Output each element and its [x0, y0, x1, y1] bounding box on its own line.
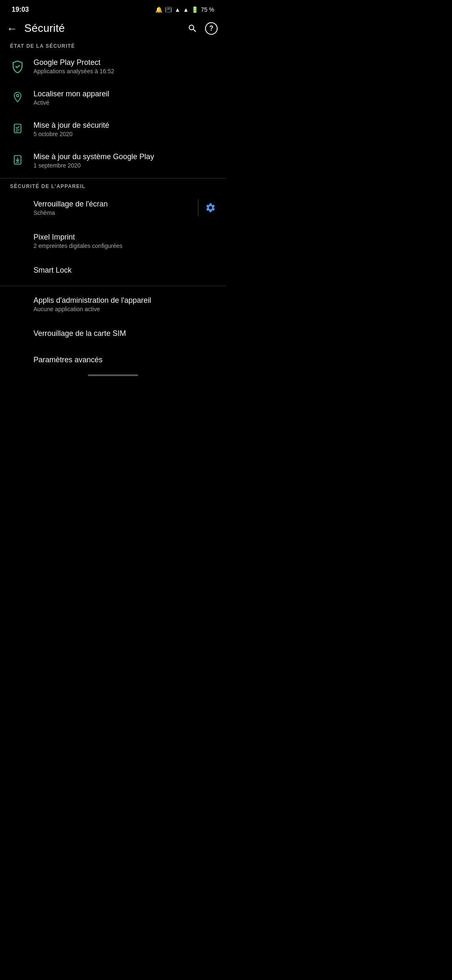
pixel-imprint-text: Pixel Imprint 2 empreintes digitales con… [33, 233, 216, 249]
list-item-sim-lock[interactable]: Verrouillage de la carte SIM [0, 321, 226, 347]
sim-lock-title: Verrouillage de la carte SIM [33, 329, 216, 338]
vibrate-icon: 📳 [165, 6, 172, 13]
security-update-icon [10, 122, 25, 137]
help-button[interactable]: ? [205, 22, 218, 35]
google-play-protect-title: Google Play Protect [33, 58, 216, 67]
back-button[interactable]: ← [7, 23, 18, 34]
wifi-icon: ▲ [175, 6, 180, 13]
security-update-title: Mise à jour de sécurité [33, 121, 216, 130]
device-admin-subtitle: Aucune application active [33, 306, 216, 312]
sim-lock-text: Verrouillage de la carte SIM [33, 329, 216, 339]
screen-lock-separator [198, 199, 198, 216]
location-pin-icon [10, 90, 25, 106]
advanced-settings-title: Paramètres avancés [33, 356, 216, 364]
screen-lock-title: Verrouillage de l'écran [33, 200, 191, 209]
page-title: Sécurité [24, 22, 181, 35]
device-admin-text: Applis d'administration de l'appareil Au… [33, 296, 216, 312]
pixel-imprint-subtitle: 2 empreintes digitales configurées [33, 242, 216, 249]
bottom-bar [88, 374, 138, 376]
google-play-system-subtitle: 1 septembre 2020 [33, 162, 216, 169]
google-play-system-text: Mise à jour du système Google Play 1 sep… [33, 152, 216, 169]
status-time: 19:03 [12, 6, 29, 13]
list-item-find-device[interactable]: Localiser mon appareil Activé [0, 82, 226, 113]
smart-lock-text: Smart Lock [33, 266, 216, 276]
google-play-protect-subtitle: Applications analysées à 16:52 [33, 68, 216, 75]
list-item-advanced-settings[interactable]: Paramètres avancés [0, 347, 226, 369]
security-update-text: Mise à jour de sécurité 5 octobre 2020 [33, 121, 216, 137]
signal-icon: ▲ [183, 6, 189, 13]
screen-lock-subtitle: Schéma [33, 209, 191, 216]
device-admin-title: Applis d'administration de l'appareil [33, 296, 216, 305]
search-button[interactable] [187, 23, 198, 34]
list-item-security-update[interactable]: Mise à jour de sécurité 5 octobre 2020 [0, 113, 226, 145]
status-bar: 19:03 🔔 📳 ▲ ▲ 🔋 75 % [0, 0, 226, 17]
battery-icon: 🔋 [191, 6, 198, 13]
find-device-text: Localiser mon appareil Activé [33, 90, 216, 106]
gear-icon[interactable] [205, 202, 216, 213]
find-device-subtitle: Activé [33, 99, 216, 106]
status-icons: 🔔 📳 ▲ ▲ 🔋 75 % [155, 6, 214, 13]
find-device-title: Localiser mon appareil [33, 90, 216, 98]
list-item-google-play-system[interactable]: Mise à jour du système Google Play 1 sep… [0, 145, 226, 176]
battery-level: 75 % [201, 6, 214, 13]
list-item-smart-lock[interactable]: Smart Lock [0, 258, 226, 284]
header: ← Sécurité ? [0, 17, 226, 40]
alarm-icon: 🔔 [155, 6, 162, 13]
section-label-security-state: ÉTAT DE LA SÉCURITÉ [0, 40, 226, 51]
list-item-google-play-protect[interactable]: Google Play Protect Applications analysé… [0, 51, 226, 82]
section-label-device-security: SÉCURITÉ DE L'APPAREIL [0, 180, 226, 191]
google-play-system-title: Mise à jour du système Google Play [33, 152, 216, 161]
pixel-imprint-title: Pixel Imprint [33, 233, 216, 242]
list-item-device-admin[interactable]: Applis d'administration de l'appareil Au… [0, 288, 226, 321]
list-item-pixel-imprint[interactable]: Pixel Imprint 2 empreintes digitales con… [0, 224, 226, 258]
header-actions: ? [187, 22, 218, 35]
google-play-protect-text: Google Play Protect Applications analysé… [33, 58, 216, 75]
screen-lock-text: Verrouillage de l'écran Schéma [33, 200, 191, 216]
smart-lock-title: Smart Lock [33, 266, 216, 275]
section-divider-2 [0, 286, 226, 286]
section-divider-1 [0, 178, 226, 178]
svg-point-0 [16, 94, 19, 97]
system-update-icon [10, 153, 25, 168]
security-update-subtitle: 5 octobre 2020 [33, 131, 216, 137]
list-item-screen-lock[interactable]: Verrouillage de l'écran Schéma [0, 191, 226, 224]
shield-check-icon [10, 59, 25, 74]
